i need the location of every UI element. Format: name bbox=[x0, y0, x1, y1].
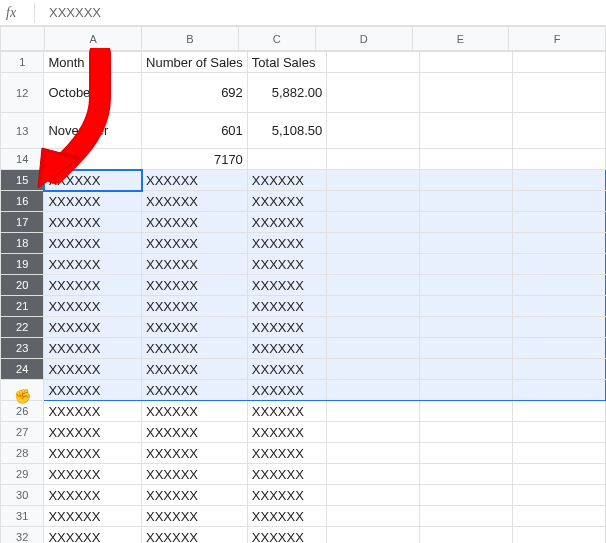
cell[interactable]: XXXXXX bbox=[142, 275, 248, 296]
cell[interactable]: XXXXXX bbox=[44, 212, 142, 233]
cell[interactable] bbox=[513, 443, 606, 464]
cell[interactable] bbox=[327, 191, 420, 212]
cell[interactable]: XXXXXX bbox=[142, 212, 248, 233]
cell[interactable] bbox=[420, 191, 513, 212]
row-header-32[interactable]: 32 bbox=[1, 527, 44, 544]
cell[interactable]: XXXXXX bbox=[247, 233, 326, 254]
cell[interactable] bbox=[327, 422, 420, 443]
cell[interactable] bbox=[420, 113, 513, 149]
cell[interactable] bbox=[327, 254, 420, 275]
cell[interactable] bbox=[327, 401, 420, 422]
cell[interactable] bbox=[513, 485, 606, 506]
cell[interactable]: XXXXXX bbox=[142, 443, 248, 464]
cell[interactable]: XXXXXX bbox=[247, 506, 326, 527]
cell[interactable] bbox=[327, 338, 420, 359]
cell[interactable] bbox=[513, 149, 606, 170]
cell[interactable]: Month bbox=[44, 52, 142, 73]
cell[interactable]: XXXXXX bbox=[142, 254, 248, 275]
cell[interactable] bbox=[420, 212, 513, 233]
cell[interactable]: XXXXXX bbox=[247, 338, 326, 359]
cell[interactable]: 7170 bbox=[142, 149, 248, 170]
cell[interactable] bbox=[327, 527, 420, 544]
cell[interactable] bbox=[420, 254, 513, 275]
row-header-22[interactable]: 22 bbox=[1, 317, 44, 338]
cell[interactable]: XXXXXX bbox=[142, 233, 248, 254]
cell[interactable] bbox=[420, 338, 513, 359]
cell[interactable]: XXXXXX bbox=[142, 380, 248, 401]
cell[interactable]: XXXXXX bbox=[247, 191, 326, 212]
cell[interactable]: November bbox=[44, 113, 142, 149]
cell[interactable]: Number of Sales bbox=[142, 52, 248, 73]
cell[interactable]: XXXXXX bbox=[247, 275, 326, 296]
cell[interactable]: XXXXXX bbox=[44, 254, 142, 275]
cell[interactable] bbox=[327, 443, 420, 464]
cell[interactable] bbox=[513, 422, 606, 443]
cell[interactable] bbox=[513, 254, 606, 275]
cell[interactable]: XXXXXX bbox=[44, 338, 142, 359]
cell[interactable]: XXXXXX bbox=[142, 359, 248, 380]
row-header-13[interactable]: 13 bbox=[1, 113, 44, 149]
cell[interactable]: XXXXXX bbox=[44, 275, 142, 296]
cell[interactable]: XXXXXX bbox=[142, 464, 248, 485]
cell[interactable] bbox=[327, 464, 420, 485]
cell[interactable] bbox=[420, 359, 513, 380]
cell[interactable]: XXXXXX bbox=[142, 317, 248, 338]
cell[interactable]: XXXXXX bbox=[247, 380, 326, 401]
row-header-30[interactable]: 30 bbox=[1, 485, 44, 506]
cell[interactable] bbox=[420, 464, 513, 485]
cell[interactable]: XXXXXX bbox=[44, 380, 142, 401]
cell[interactable] bbox=[420, 170, 513, 191]
cell[interactable]: XXXXXX bbox=[247, 422, 326, 443]
cell[interactable] bbox=[513, 212, 606, 233]
spreadsheet-grid[interactable]: A B C D E F 1MonthNumber of SalesTotal S… bbox=[0, 26, 606, 543]
cell[interactable] bbox=[327, 212, 420, 233]
row-header-27[interactable]: 27 bbox=[1, 422, 44, 443]
cell[interactable]: XXXXXX bbox=[44, 296, 142, 317]
cell[interactable] bbox=[327, 275, 420, 296]
cell[interactable] bbox=[513, 338, 606, 359]
row-header-23[interactable]: 23 bbox=[1, 338, 44, 359]
col-header-C[interactable]: C bbox=[238, 27, 315, 51]
cell[interactable] bbox=[420, 296, 513, 317]
cell[interactable] bbox=[513, 380, 606, 401]
col-header-A[interactable]: A bbox=[45, 27, 142, 51]
cell[interactable]: XXXXXX bbox=[142, 506, 248, 527]
cell[interactable] bbox=[513, 275, 606, 296]
cell[interactable]: XXXXXX bbox=[44, 191, 142, 212]
cell[interactable] bbox=[420, 275, 513, 296]
cell[interactable]: XXXXXX bbox=[142, 191, 248, 212]
cell[interactable] bbox=[513, 317, 606, 338]
cell[interactable] bbox=[513, 170, 606, 191]
cell[interactable] bbox=[513, 359, 606, 380]
cell[interactable]: XXXXXX bbox=[247, 464, 326, 485]
cell[interactable] bbox=[420, 401, 513, 422]
cell[interactable]: XXXXXX bbox=[44, 464, 142, 485]
cell[interactable] bbox=[327, 485, 420, 506]
row-header-16[interactable]: 16 bbox=[1, 191, 44, 212]
cell[interactable] bbox=[420, 527, 513, 544]
cell[interactable] bbox=[420, 485, 513, 506]
formula-input[interactable] bbox=[39, 5, 606, 20]
cell[interactable] bbox=[327, 380, 420, 401]
row-header-17[interactable]: 17 bbox=[1, 212, 44, 233]
cell[interactable]: XXXXXX bbox=[44, 527, 142, 544]
select-all-corner[interactable] bbox=[1, 27, 45, 51]
cell[interactable]: XXXXXX bbox=[142, 338, 248, 359]
cell[interactable] bbox=[420, 73, 513, 113]
cell[interactable] bbox=[513, 296, 606, 317]
cell[interactable]: XXXXXX bbox=[44, 401, 142, 422]
col-header-E[interactable]: E bbox=[412, 27, 509, 51]
row-header-14[interactable]: 14 bbox=[1, 149, 44, 170]
cell[interactable]: XXXXXX bbox=[142, 422, 248, 443]
cell[interactable] bbox=[327, 233, 420, 254]
cell[interactable]: XXXXXX bbox=[44, 485, 142, 506]
cell[interactable]: XXXXXX bbox=[247, 443, 326, 464]
col-header-B[interactable]: B bbox=[141, 27, 238, 51]
row-header-24[interactable]: 24 bbox=[1, 359, 44, 380]
row-header-20[interactable]: 20 bbox=[1, 275, 44, 296]
cell[interactable]: October bbox=[44, 73, 142, 113]
cell[interactable] bbox=[327, 506, 420, 527]
cell[interactable]: XXXXXX bbox=[247, 296, 326, 317]
cell[interactable] bbox=[327, 317, 420, 338]
col-header-D[interactable]: D bbox=[316, 27, 413, 51]
